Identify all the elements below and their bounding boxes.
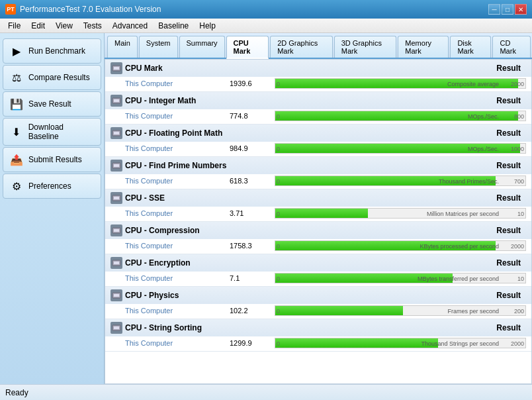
bar-zero-label: 0: [277, 79, 280, 89]
bench-computer: This Computer: [125, 274, 224, 282]
sidebar: ▶ Run Benchmark ⚖ Compare Results 💾 Save…: [0, 33, 105, 384]
sidebar-btn-download-baseline[interactable]: ⬇ Download Baseline: [3, 118, 101, 146]
window-controls: ─ □ ✕: [488, 4, 527, 15]
benchmark-area: CPU MarkResultThis Computer1939.60Compos…: [105, 59, 532, 384]
tab-summary[interactable]: Summary: [179, 36, 225, 58]
sidebar-btn-save-result[interactable]: 💾 Save Result: [3, 91, 101, 117]
table-row: CPU - EncryptionResultThis Computer7.10M…: [105, 254, 531, 287]
bar-unit-label: MOps./Sec.: [468, 111, 499, 122]
menu-item-file[interactable]: File: [3, 20, 26, 32]
bar-scale-label: 2000: [511, 79, 524, 89]
bench-data-6: This Computer7.10MBytes transferred per …: [105, 272, 531, 286]
content-area: MainSystemSummaryCPU Mark2D Graphics Mar…: [105, 33, 532, 384]
menu-item-advanced[interactable]: Advanced: [107, 20, 153, 32]
tab-disk-mark[interactable]: Disk Mark: [450, 36, 491, 58]
app-icon: PT: [5, 4, 16, 15]
menu-item-edit[interactable]: Edit: [26, 20, 50, 32]
bar-unit-label: KBytes processed per second: [420, 241, 499, 252]
bench-result-label: Result: [496, 226, 521, 235]
bench-computer: This Computer: [125, 112, 224, 120]
bench-name: CPU - Floating Point Math: [125, 128, 494, 138]
tab-main[interactable]: Main: [107, 36, 138, 58]
download-baseline-label: Download Baseline: [28, 123, 95, 141]
table-row: CPU - PhysicsResultThis Computer102.20Fr…: [105, 287, 531, 319]
bench-computer: This Computer: [125, 79, 224, 87]
bench-bar: [275, 338, 438, 348]
bench-computer: This Computer: [125, 144, 224, 152]
bench-value: 3.71: [230, 209, 269, 217]
bench-icon: [111, 257, 122, 269]
bench-bar-container: 0Million Matrices per second10: [275, 208, 526, 219]
bench-computer: This Computer: [125, 209, 224, 217]
window-title: PerformanceTest 7.0 Evaluation Version: [20, 5, 161, 14]
bench-value: 984.9: [230, 144, 269, 152]
table-row: CPU - Integer MathResultThis Computer774…: [105, 92, 531, 125]
bench-value: 774.8: [230, 112, 269, 120]
tab-system[interactable]: System: [139, 36, 178, 58]
bench-icon: [111, 160, 122, 172]
submit-results-icon: 📤: [9, 152, 24, 168]
menu-item-view[interactable]: View: [50, 20, 78, 32]
tab-3d-graphics-mark[interactable]: 3D Graphics Mark: [334, 36, 397, 58]
status-bar: Ready: [0, 384, 532, 400]
sidebar-btn-preferences[interactable]: ⚙ Preferences: [3, 174, 101, 199]
bench-data-7: This Computer102.20Frames per second200: [105, 304, 531, 319]
bench-name: CPU Mark: [125, 64, 494, 73]
bench-icon: [111, 95, 122, 107]
bench-icon: [111, 62, 122, 74]
bench-name: CPU - Integer Math: [125, 96, 494, 105]
bar-zero-label: 0: [277, 306, 280, 317]
svg-rect-3: [114, 99, 119, 102]
submit-results-label: Submit Results: [28, 155, 82, 164]
bar-unit-label: Composite average: [447, 79, 499, 89]
sidebar-btn-compare-results[interactable]: ⚖ Compare Results: [3, 65, 101, 90]
minimize-button[interactable]: ─: [488, 4, 500, 15]
tab-2d-graphics-mark[interactable]: 2D Graphics Mark: [270, 36, 333, 58]
bench-icon: [111, 289, 122, 301]
bar-zero-label: 0: [277, 241, 280, 252]
bench-header-0: CPU MarkResult: [105, 60, 531, 77]
bench-header-6: CPU - EncryptionResult: [105, 254, 531, 272]
close-button[interactable]: ✕: [515, 4, 527, 15]
menu-item-help[interactable]: Help: [194, 20, 221, 32]
bench-icon: [111, 322, 122, 334]
bar-unit-label: Thousand Primes/Sec.: [439, 176, 499, 187]
title-bar-left: PT PerformanceTest 7.0 Evaluation Versio…: [5, 4, 161, 15]
bench-header-5: CPU - CompressionResult: [105, 222, 531, 239]
compare-results-icon: ⚖: [9, 70, 24, 85]
bar-scale-label: 2000: [511, 241, 524, 252]
bench-result-label: Result: [496, 258, 521, 268]
bench-data-5: This Computer1758.30KBytes processed per…: [105, 239, 531, 254]
sidebar-btn-run-benchmark[interactable]: ▶ Run Benchmark: [3, 38, 101, 64]
menu-item-baseline[interactable]: Baseline: [153, 20, 194, 32]
bench-icon: [111, 127, 122, 139]
tab-cd-mark[interactable]: CD Mark: [492, 36, 531, 58]
restore-button[interactable]: □: [502, 4, 513, 15]
bar-scale-label: 700: [514, 176, 524, 187]
bar-unit-label: Thousand Strings per second: [421, 338, 499, 349]
bench-result-label: Result: [496, 193, 521, 203]
bench-computer: This Computer: [125, 307, 224, 315]
tab-cpu-mark[interactable]: CPU Mark: [226, 36, 269, 59]
bench-data-0: This Computer1939.60Composite average200…: [105, 77, 531, 91]
svg-rect-7: [114, 164, 119, 167]
bench-value: 7.1: [230, 274, 269, 282]
bench-bar-container: 0KBytes processed per second2000: [275, 240, 526, 251]
bar-unit-label: Million Matrices per second: [427, 209, 499, 219]
menu-item-tests[interactable]: Tests: [78, 20, 107, 32]
sidebar-btn-submit-results[interactable]: 📤 Submit Results: [3, 147, 101, 172]
bench-value: 1758.3: [230, 242, 269, 250]
bar-scale-label: 2000: [511, 338, 524, 349]
bench-data-2: This Computer984.90MOps./Sec.1000: [105, 142, 531, 156]
svg-rect-15: [114, 294, 119, 297]
bench-value: 1939.6: [230, 79, 269, 87]
bar-scale-label: 200: [514, 306, 524, 317]
run-benchmark-icon: ▶: [9, 43, 24, 59]
bar-scale-label: 800: [514, 111, 524, 122]
svg-rect-9: [114, 197, 119, 199]
main-container: ▶ Run Benchmark ⚖ Compare Results 💾 Save…: [0, 33, 532, 384]
tab-memory-mark[interactable]: Memory Mark: [398, 36, 449, 58]
table-row: CPU - String SortingResultThis Computer1…: [105, 319, 531, 352]
download-baseline-icon: ⬇: [9, 124, 24, 140]
bench-result-label: Result: [496, 128, 521, 138]
